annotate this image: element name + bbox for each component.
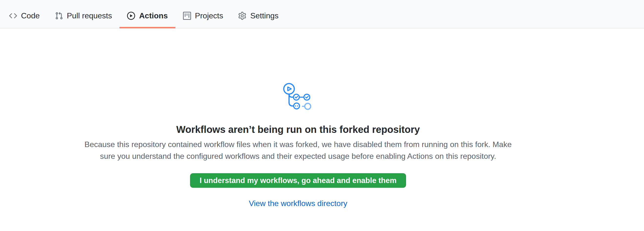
gear-icon xyxy=(238,12,246,20)
code-icon xyxy=(9,12,17,20)
tab-label: Actions xyxy=(139,11,168,20)
tab-projects[interactable]: Projects xyxy=(176,4,231,28)
blankslate-description: Because this repository contained workfl… xyxy=(80,138,516,162)
play-circle-icon xyxy=(127,12,135,20)
git-pull-request-icon xyxy=(55,12,63,20)
tab-label: Code xyxy=(21,11,40,20)
blankslate-heading: Workflows aren’t being run on this forke… xyxy=(176,123,420,136)
workflow-graph-icon xyxy=(283,82,313,112)
workflows-directory-link[interactable]: View the workflows directory xyxy=(249,199,347,208)
tab-settings[interactable]: Settings xyxy=(231,4,286,28)
tab-code[interactable]: Code xyxy=(2,4,48,28)
tab-pull-requests[interactable]: Pull requests xyxy=(48,4,120,28)
tab-label: Pull requests xyxy=(67,11,112,20)
enable-workflows-button[interactable]: I understand my workflows, go ahead and … xyxy=(190,173,406,188)
tab-label: Settings xyxy=(250,11,278,20)
repo-tab-nav: Code Pull requests Actions Projects Sett… xyxy=(0,0,644,28)
tab-label: Projects xyxy=(195,11,223,20)
actions-disabled-blankslate: Workflows aren’t being run on this forke… xyxy=(0,28,596,208)
project-board-icon xyxy=(183,12,191,20)
tab-actions[interactable]: Actions xyxy=(120,4,175,28)
